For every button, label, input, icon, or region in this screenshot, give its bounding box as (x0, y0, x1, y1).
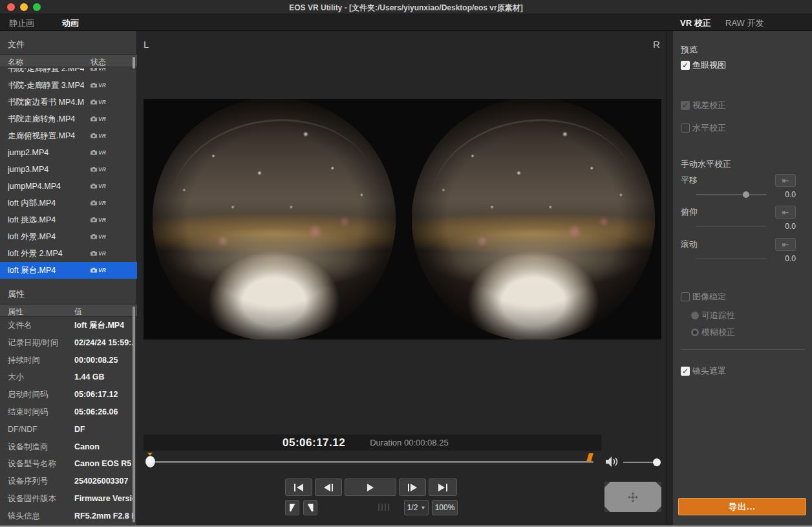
image-stabilization-checkbox[interactable]: 图像稳定 (681, 291, 726, 303)
property-row: DF/NDFDF (0, 421, 137, 438)
tab-movie[interactable]: 动画 (62, 17, 79, 29)
play-button[interactable] (345, 479, 396, 496)
set-in-point-button[interactable] (285, 500, 299, 515)
roll-slider[interactable] (696, 258, 767, 259)
file-row[interactable]: 书院走廊转角.MP4VR (0, 111, 137, 127)
vr-status-badge: VR (91, 94, 106, 111)
file-row[interactable]: 书院-走廊静置 3.MP4VR (0, 77, 137, 94)
in-point-icon (290, 504, 295, 511)
checkbox-unchecked-icon (681, 124, 690, 133)
property-row: 记录日期/时间02/24/24 15:59:... (0, 334, 137, 352)
eos-vr-utility-window: EOS VR Utility - [文件夹:/Users/yiyunxiao/D… (0, 0, 812, 527)
roll-value: 0.0 (770, 254, 796, 263)
pitch-reset-button[interactable]: ⇤ (775, 206, 796, 219)
pitch-value: 0.0 (770, 222, 796, 231)
file-row[interactable]: 走廊俯视静置.MP4VR (0, 127, 137, 144)
property-row: 设备序列号254026003307 (0, 473, 137, 490)
left-eye-label: L (144, 39, 149, 50)
current-timecode: 05:06:17.12 (283, 436, 345, 449)
column-name[interactable]: 名称 (8, 57, 23, 68)
pitch-slider[interactable] (696, 226, 767, 227)
vr-status-badge: VR (91, 195, 106, 211)
export-button[interactable]: 导出... (678, 498, 806, 515)
manual-correction-title: 手动水平校正 (681, 158, 731, 170)
frame-back-icon (324, 484, 330, 491)
playback-speed-dropdown[interactable]: 1/2▼ (404, 500, 429, 515)
file-row[interactable]: jump2.MP4VR (0, 144, 137, 161)
traceability-radio[interactable]: 可追踪性 (691, 310, 735, 321)
vr-status-badge: VR (91, 262, 106, 279)
tab-still-image[interactable]: 静止画 (9, 17, 34, 29)
parallax-correction-checkbox[interactable]: ✓ 视差校正 (681, 100, 726, 111)
reset-icon: ⇤ (782, 240, 789, 250)
property-row: 设备型号名称Canon EOS R5 (0, 455, 137, 473)
fisheye-view-checkbox[interactable]: ✓ 鱼眼视图 (681, 59, 726, 71)
horizontal-correction-checkbox[interactable]: 水平校正 (681, 122, 726, 134)
files-panel-title: 文件 (8, 39, 25, 50)
file-row[interactable]: 书院窗边看书 MP4.M...VR (0, 94, 137, 111)
right-eye-label: R (653, 39, 660, 50)
property-row: 启动时间码05:06:17.12 (0, 386, 137, 403)
properties-header[interactable]: 属性 值 (0, 304, 137, 317)
set-out-point-button[interactable] (303, 500, 317, 515)
timecode-bar: 05:06:17.12 Duration 00:00:08.25 (144, 435, 601, 451)
next-frame-button[interactable] (399, 479, 426, 496)
checkbox-checked-icon: ✓ (681, 61, 690, 70)
vr-status-badge: VR (91, 68, 106, 77)
file-row[interactable]: jumpMP4.MP4VR (0, 178, 137, 195)
speaker-icon[interactable] (605, 456, 619, 468)
vr-correction-panel: 预览 ✓ 鱼眼视图 ✓ 视差校正 水平校正 手动水平校正 平移 ⇤ 0.0 俯仰… (672, 31, 812, 527)
tab-vr-correction[interactable]: VR 校正 (680, 17, 711, 29)
file-row[interactable]: loft 外景.MP4VR (0, 228, 137, 245)
vr-status-badge: VR (91, 228, 106, 245)
vr-status-badge: VR (91, 211, 106, 228)
window-title: EOS VR Utility - [文件夹:/Users/yiyunxiao/D… (0, 3, 812, 14)
pan-move-icon (628, 492, 638, 502)
chevron-down-icon: ▼ (420, 505, 425, 511)
tab-raw-develop[interactable]: RAW 开发 (725, 17, 764, 29)
radio-selected-icon (691, 328, 699, 336)
vr-status-badge: VR (91, 144, 106, 161)
vr-status-badge: VR (91, 77, 106, 94)
file-list-header[interactable]: 名称 状态 (0, 54, 137, 67)
previous-frame-button[interactable] (315, 479, 342, 496)
skip-end-icon (438, 484, 445, 491)
property-row: 镜头信息RF5.2mm F2.8 L... (0, 508, 137, 525)
column-value[interactable]: 值 (74, 307, 82, 317)
go-to-end-button[interactable] (429, 479, 457, 496)
vr-status-badge: VR (91, 178, 106, 195)
file-row[interactable]: 书院-走廊静置 2.MP4VR (0, 68, 137, 77)
file-row[interactable]: loft 内部.MP4VR (0, 195, 137, 211)
preview-navigator[interactable] (604, 482, 661, 512)
property-row: 持续时间00:00:08.25 (0, 352, 137, 369)
file-row[interactable]: jump3.MP4VR (0, 161, 137, 178)
file-row[interactable]: loft 外景 2.MP4VR (0, 245, 137, 262)
zoom-level-button[interactable]: 100% (432, 500, 458, 515)
properties-scrollbar[interactable] (133, 307, 135, 522)
property-row: 结束时间码05:06:26.06 (0, 403, 137, 421)
column-status[interactable]: 状态 (91, 57, 106, 68)
file-row-selected[interactable]: loft 展台.MP4VR (0, 262, 137, 279)
lens-mask-checkbox[interactable]: ✓ 镜头遮罩 (681, 365, 726, 377)
volume-handle[interactable] (653, 458, 661, 466)
pan-slider-handle[interactable] (743, 191, 749, 198)
file-list-scrollbar[interactable] (133, 57, 135, 69)
roll-reset-button[interactable]: ⇤ (775, 238, 796, 251)
file-list: 书院-走廊静置 2.MP4VR 书院-走廊静置 3.MP4VR 书院窗边看书 M… (0, 68, 137, 279)
roll-label: 滚动 (681, 239, 698, 250)
vr-video-preview[interactable] (144, 99, 661, 339)
vr-status-badge: VR (91, 161, 106, 178)
go-to-start-button[interactable] (285, 479, 312, 496)
pan-slider[interactable] (696, 194, 767, 195)
seek-handle[interactable] (145, 456, 155, 468)
checkbox-checked-disabled-icon: ✓ (681, 101, 690, 110)
pane-splitter[interactable] (666, 31, 672, 527)
blur-correction-radio[interactable]: 模糊校正 (691, 327, 735, 338)
pan-reset-button[interactable]: ⇤ (775, 174, 796, 187)
seek-track[interactable] (147, 461, 593, 463)
pitch-label: 俯仰 (681, 206, 698, 218)
fisheye-image-left (153, 99, 396, 339)
column-property[interactable]: 属性 (8, 307, 23, 317)
checkbox-unchecked-icon (681, 292, 690, 301)
file-row[interactable]: loft 挑选.MP4VR (0, 211, 137, 228)
